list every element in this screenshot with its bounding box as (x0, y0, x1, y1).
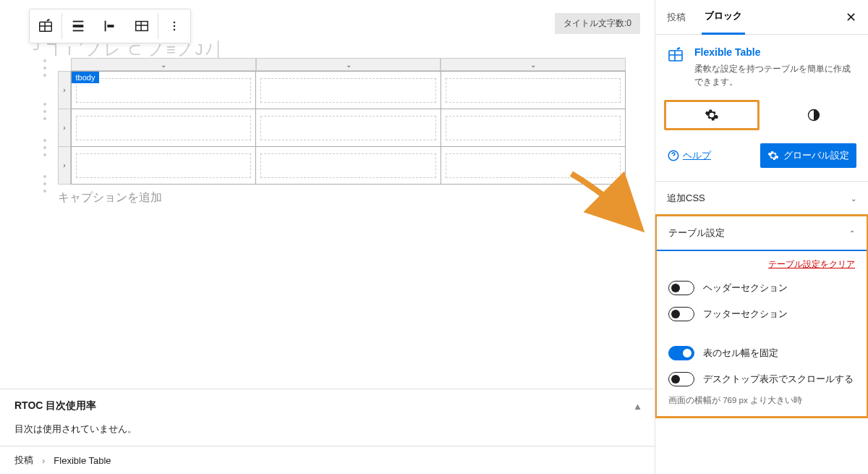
tab-post[interactable]: 投稿 (664, 1, 689, 34)
col-handle[interactable]: ⌄ (71, 58, 256, 71)
toggle-label: フッターセクション (703, 308, 788, 321)
svg-rect-10 (669, 51, 682, 61)
align-left-button[interactable] (94, 9, 126, 43)
svg-rect-3 (73, 30, 84, 32)
contrast-icon (807, 108, 821, 122)
block-title: Flexible Table (694, 46, 856, 58)
toggle-label: 表のセル幅を固定 (703, 347, 778, 360)
toggle-fixed-width[interactable] (668, 346, 694, 360)
flexible-table-icon (667, 46, 684, 88)
help-icon (667, 149, 680, 162)
toggle-footer-section[interactable] (668, 307, 694, 321)
col-handle[interactable]: ⌄ (256, 58, 441, 71)
chevron-right-icon: › (63, 86, 65, 94)
svg-rect-1 (73, 25, 84, 27)
svg-rect-4 (105, 21, 106, 32)
chevron-right-icon: › (42, 455, 45, 466)
flexible-table[interactable]: tbody (71, 71, 626, 185)
svg-point-7 (174, 22, 176, 24)
breadcrumb-root[interactable]: 投稿 (14, 454, 33, 467)
toggle-label: ヘッダーセクション (703, 282, 788, 295)
panel-additional-css[interactable]: 追加CSS ⌄ (655, 182, 868, 215)
align-button[interactable] (62, 9, 94, 43)
toggle-label: デスクトップ表示でスクロールする (703, 373, 854, 386)
settings-tab[interactable] (664, 100, 760, 130)
svg-point-8 (174, 25, 176, 27)
help-link[interactable]: ヘルプ (667, 149, 711, 162)
block-toolbar (29, 9, 191, 43)
chevron-up-icon: ⌃ (849, 229, 855, 237)
chevron-down-icon: ⌄ (346, 61, 352, 69)
styles-tab[interactable] (768, 100, 859, 130)
svg-rect-5 (107, 25, 114, 27)
gear-icon (705, 108, 719, 122)
width-hint: 画面の横幅が 769 px より大きい時 (668, 392, 855, 406)
close-sidebar-button[interactable]: ✕ (843, 7, 859, 28)
tab-block[interactable]: ブロック (702, 0, 745, 35)
table-edit-button[interactable] (126, 9, 158, 43)
toggle-header-section[interactable] (668, 281, 694, 295)
tbody-tag: tbody (72, 72, 100, 83)
clear-table-settings-link[interactable]: テーブル設定をクリア (668, 251, 855, 275)
row-handle[interactable]: › (58, 146, 71, 185)
breadcrumb: 投稿 › Flexible Table (0, 446, 655, 474)
block-type-button[interactable] (30, 9, 61, 43)
svg-rect-6 (136, 22, 148, 31)
global-settings-button[interactable]: グローバル設定 (760, 143, 856, 168)
more-options-button[interactable] (158, 9, 190, 43)
chevron-right-icon: › (63, 124, 65, 132)
block-description: 柔軟な設定を持つテーブルを簡単に作成できます。 (694, 62, 856, 88)
breadcrumb-current[interactable]: Flexible Table (54, 455, 111, 466)
chevron-right-icon: › (63, 161, 65, 169)
col-handle[interactable]: ⌄ (441, 58, 626, 71)
chevron-down-icon: ⌄ (161, 61, 166, 69)
chevron-down-icon: ⌄ (530, 61, 536, 69)
rtoc-title: RTOC 目次使用率 (14, 399, 96, 412)
toggle-desktop-scroll[interactable] (668, 372, 694, 386)
collapse-icon[interactable]: ▴ (635, 400, 640, 412)
svg-rect-2 (73, 21, 84, 22)
svg-point-9 (174, 29, 176, 31)
gear-icon (767, 150, 779, 161)
rtoc-panel: RTOC 目次使用率 ▴ 目次は使用されていません。 (0, 389, 655, 446)
svg-rect-0 (40, 22, 52, 32)
rtoc-body: 目次は使用されていません。 (14, 423, 640, 436)
panel-table-settings[interactable]: テーブル設定 ⌃ (657, 216, 867, 251)
caption-placeholder[interactable]: キャプションを追加 (29, 185, 626, 206)
chevron-down-icon: ⌄ (851, 195, 856, 203)
row-handle[interactable]: › (58, 71, 71, 109)
row-handle[interactable]: › (58, 109, 71, 147)
